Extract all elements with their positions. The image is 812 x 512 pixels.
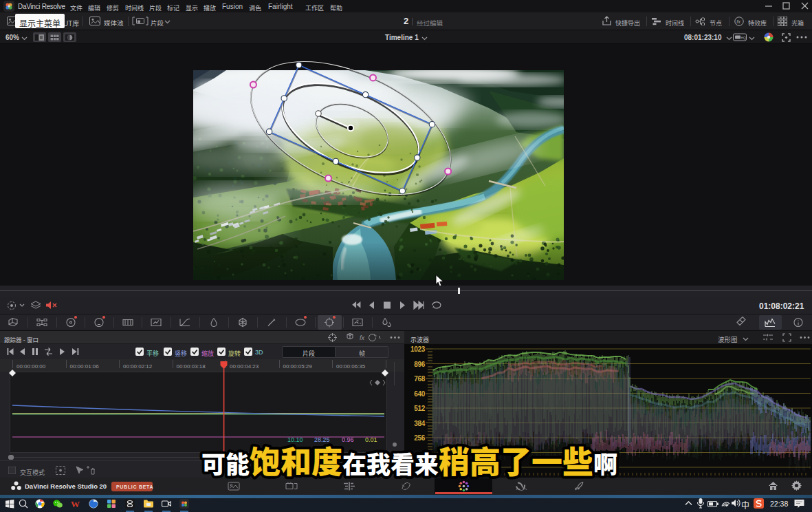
svg-text:fx: fx [736,19,740,25]
svg-text:fx: fx [360,334,365,341]
svg-text:可能饱和度在我看来稍高了一些啊: 可能饱和度在我看来稍高了一些啊 [201,440,617,482]
svg-text:W: W [71,499,80,509]
svg-text:HQ: HQ [741,36,747,40]
